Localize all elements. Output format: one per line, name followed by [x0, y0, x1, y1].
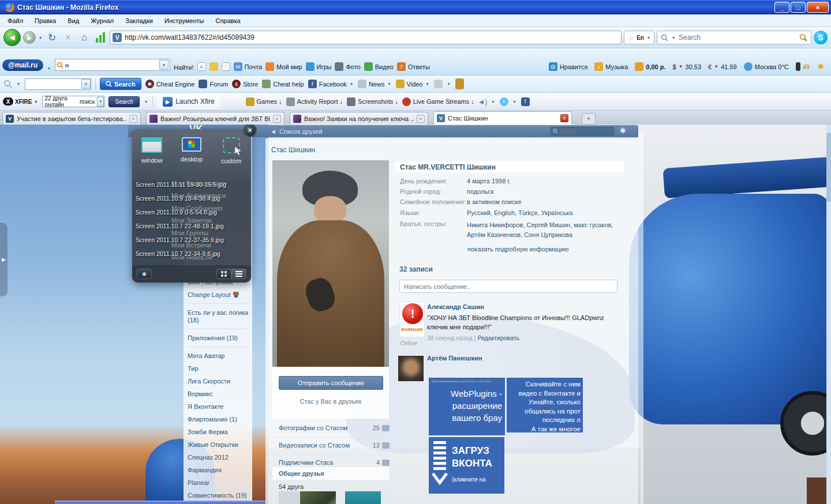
launch-xfire-button[interactable]: ▶Launch Xfire [157, 95, 220, 109]
cheat-search-button[interactable]: Search [100, 78, 141, 90]
capture-mode-desktop[interactable]: desktop [174, 137, 209, 163]
award-icon[interactable] [455, 78, 464, 89]
xfire-facebook-icon[interactable]: f [521, 97, 530, 106]
traffic-item[interactable]: 49 [796, 62, 810, 71]
sidebar-item-otkrytki[interactable]: Живые Открытки [188, 438, 250, 451]
dropdown-icon[interactable]: ▾ [491, 99, 496, 104]
tab-close-icon[interactable]: × [129, 115, 137, 123]
post-author-avatar[interactable] [398, 356, 424, 381]
dropdown-icon[interactable]: ▾ [512, 99, 517, 104]
weather-item[interactable]: Москва 0°C [744, 62, 789, 71]
grid-view-button[interactable] [216, 269, 231, 279]
forward-button[interactable]: ▶ [23, 31, 36, 44]
ad-download-video[interactable]: Скачивайте с ним видео с Вконтакте и Узн… [507, 378, 583, 432]
combo-dropdown-icon[interactable]: ▾ [97, 97, 104, 107]
video-item[interactable]: Video▾ [396, 80, 430, 88]
mailru-video-item[interactable]: Видео [364, 62, 394, 71]
sidebar-item-change-layout[interactable]: Change Layout [188, 288, 250, 301]
tab-1[interactable]: V Участие в закрытом бета-тестирова... × [2, 112, 141, 125]
mailru-mail-item[interactable]: ✉Почта [234, 62, 263, 71]
gear-icon[interactable]: ✱ [817, 62, 825, 71]
tab-close-icon[interactable]: × [417, 115, 425, 123]
search-engine-icon[interactable] [661, 34, 668, 42]
popup-settings-button[interactable]: ✱ [137, 269, 152, 279]
cheat-search-box[interactable]: ▾ [25, 78, 91, 90]
friend-thumb[interactable] [345, 491, 381, 504]
cheat-engine-item[interactable]: ✱Cheat Engine [145, 80, 195, 88]
screenshot-file[interactable]: Screen 2011.10.7 22-37-35.9.jpg [136, 233, 250, 247]
mailru-games-item[interactable]: Игры [306, 62, 332, 71]
minimize-button[interactable]: _ [774, 2, 789, 13]
screenshot-file[interactable]: Screen 2011.10.9 0-5-54.6.jpg [136, 205, 250, 219]
capture-mode-custom[interactable]: custom [214, 137, 249, 164]
mailru-myworld-item[interactable]: Мой мир [265, 62, 302, 71]
page-scrollbar[interactable] [826, 125, 831, 504]
live-streams-menu[interactable]: Live Game Streams ↓ [402, 97, 474, 106]
font-size-icon[interactable]: A [197, 62, 206, 71]
sidebar-item-tir[interactable]: Тир [188, 362, 250, 375]
mailru-answers-item[interactable]: ?Ответы [397, 62, 430, 71]
mailru-dropdown-icon[interactable]: ▾ [47, 66, 51, 71]
xfire-friends-combo[interactable]: 22 друга онлайн поиск ▾ [42, 96, 104, 107]
games-menu[interactable]: Games ↓ [246, 97, 282, 106]
bookmark-group[interactable]: ☆ En ▾ [624, 31, 654, 44]
close-button[interactable]: × [807, 2, 829, 13]
sidebar-item-specnaz[interactable]: Спецназ 2012 [188, 451, 250, 464]
sidebar-item-poligon[interactable]: Полигон [188, 502, 250, 504]
cheat-combo-dropdown-icon[interactable]: ▾ [81, 79, 91, 89]
forum-item[interactable]: Forum [199, 80, 228, 88]
menu-edit[interactable]: Правка [29, 16, 61, 26]
url-bar[interactable]: V [110, 31, 622, 44]
sidebar-item-apps[interactable]: Приложения (19) [188, 332, 250, 344]
friends-list-link[interactable]: ◄ Список друзей [270, 128, 323, 135]
post-author-link[interactable]: Александр Сашин [427, 303, 484, 310]
stop-button[interactable]: × [61, 32, 75, 43]
followers-link[interactable]: Подписчики Стаса 4 [279, 459, 390, 466]
tab-2[interactable]: Важно! Розыгрыш ключей для ЗБТ Bl... × [146, 112, 285, 125]
mailru-photo-item[interactable]: Фото [335, 62, 360, 71]
sidebar-item-planear[interactable]: Planear [188, 476, 250, 489]
tab-4-active[interactable]: V Стас Шишкин × [433, 111, 572, 125]
dropdown-icon[interactable]: ▾ [425, 81, 429, 86]
menu-help[interactable]: Справка [210, 16, 245, 26]
bookmark-dropdown-icon[interactable]: ▾ [646, 35, 651, 40]
hand-icon[interactable] [434, 80, 443, 88]
mailru-search-input[interactable] [65, 62, 158, 69]
maximize-button[interactable]: □ [791, 2, 806, 13]
eur-rate[interactable]: €▼41.59 [708, 63, 737, 70]
common-friends-count[interactable]: 54 друга [279, 483, 304, 490]
dropdown-icon[interactable]: ▾ [33, 99, 38, 104]
menu-bookmarks[interactable]: Закладки [120, 16, 158, 26]
settings-gear-icon[interactable]: ✱ [620, 126, 626, 135]
dropdown-icon[interactable]: ▾ [349, 81, 354, 86]
dropdown-icon[interactable]: ▾ [144, 99, 148, 104]
browser-search-box[interactable]: ▾ [657, 31, 811, 44]
mailru-search-box[interactable]: ▾ [55, 59, 170, 71]
sidebar-pull-handle[interactable]: ▶ [0, 222, 8, 297]
mailru-like-item[interactable]: @Нравится [549, 62, 588, 71]
cheat-search-input[interactable] [25, 81, 81, 88]
highlighter-icon[interactable] [209, 62, 218, 71]
sidebar-item-sovmestimost[interactable]: Совместимость (19) [188, 489, 250, 502]
activity-report-menu[interactable]: Activity Report ↓ [286, 97, 343, 106]
sidebar-item-vormix[interactable]: Вормикс [188, 388, 250, 400]
search-engine-dropdown-icon[interactable]: ▾ [671, 35, 676, 40]
tab-close-icon[interactable]: × [560, 114, 568, 122]
url-input[interactable] [125, 33, 619, 42]
dropdown-icon[interactable]: ▾ [447, 81, 451, 86]
stats-bars-icon[interactable] [96, 32, 105, 43]
news-item[interactable]: News▾ [358, 80, 392, 88]
page-icon[interactable] [222, 62, 230, 71]
sidebar-item-farmandia[interactable]: Фармандия [188, 464, 250, 476]
sidebar-item-logic-app[interactable]: Есть ли у вас логика (18) [188, 306, 250, 326]
mailru-balance-item[interactable]: 0,00 р. [635, 62, 665, 71]
screenshot-file[interactable]: Screen 2011.10.9 18-4-38.4.jpg [136, 191, 250, 205]
wall-message-input[interactable] [399, 280, 617, 293]
menu-history[interactable]: Журнал [85, 16, 119, 26]
xfire-logo[interactable]: XXFIRE▾ [3, 97, 38, 106]
search-go-icon[interactable] [799, 33, 807, 42]
mailru-combo-dropdown-icon[interactable]: ▾ [159, 60, 169, 70]
cheat-help-item[interactable]: Cheat help [262, 80, 304, 88]
sidebar-item-ya-vkontakte[interactable]: Я Вконтакте [188, 400, 250, 413]
screenshots-menu[interactable]: Screenshots ↓ [347, 97, 398, 106]
